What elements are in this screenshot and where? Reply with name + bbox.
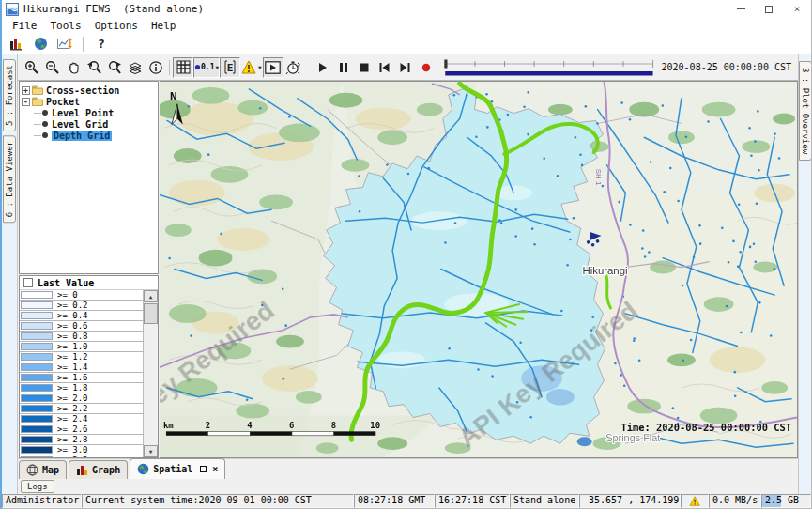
timeline-progress-bar <box>445 71 652 76</box>
pause-button[interactable] <box>333 57 354 78</box>
timeline-thumb[interactable] <box>444 59 447 68</box>
legend-swatch <box>20 404 54 413</box>
play-button[interactable] <box>313 57 333 78</box>
legend-swatch <box>20 424 54 434</box>
collapse-icon[interactable]: - <box>22 98 30 106</box>
legend-label: >= 3.2 <box>54 455 143 457</box>
tree-item-level-grid[interactable]: Level Grid <box>22 118 156 130</box>
tab-spatial-label: Spatial <box>153 464 192 474</box>
layer-bullet-icon <box>42 121 48 127</box>
expand-icon[interactable]: + <box>22 86 30 95</box>
tree-item-cross-section[interactable]: + Cross-section <box>22 85 156 96</box>
shortcut-tab-plot-overview[interactable]: 3 : Plot Overview <box>799 61 812 161</box>
tab-spatial[interactable]: Spatial × <box>130 458 225 479</box>
legend-row[interactable]: >= 0.8 <box>20 332 143 342</box>
status-warning-cell[interactable] <box>681 494 709 508</box>
app-window: Hikurangi FEWS (Stand alone) × FileTools… <box>0 0 812 509</box>
legend-row[interactable]: >= 2.6 <box>20 424 143 435</box>
zoom-next-icon <box>107 60 123 75</box>
tab-close-icon[interactable]: × <box>212 464 218 474</box>
map-canvas[interactable]: API Key Required API Key Required N km <box>160 81 798 458</box>
tab-map-label: Map <box>42 465 59 475</box>
help-button[interactable]: ? <box>92 35 111 53</box>
map-label-springs-flat: Springs Flat <box>605 432 660 443</box>
menu-item-help[interactable]: Help <box>146 20 182 32</box>
legend-row[interactable]: >= 1.6 <box>20 373 143 383</box>
status-mode: Stand alone <box>510 494 579 508</box>
menu-item-options[interactable]: Options <box>89 20 144 32</box>
legend-label: >= 2.0 <box>54 393 143 403</box>
last-frame-button[interactable] <box>395 57 416 78</box>
play-icon <box>318 63 328 72</box>
legend-row[interactable]: >= 0.4 <box>20 311 143 321</box>
legend-row[interactable]: >= 0.2 <box>20 301 143 311</box>
scroll-up-icon[interactable]: ▲ <box>144 290 158 302</box>
scroll-down-icon[interactable]: ▼ <box>144 445 158 457</box>
logs-button[interactable]: Logs <box>21 480 54 493</box>
legend-row[interactable]: >= 2.0 <box>20 393 143 404</box>
legend-row[interactable]: >= 2.2 <box>20 404 143 414</box>
layers-panel: + Cross-section - Pocket Level Point <box>18 81 160 458</box>
legend-row[interactable]: >= 1.0 <box>20 342 143 352</box>
scrollbar-thumb[interactable] <box>144 303 158 324</box>
warning-icon <box>241 60 257 74</box>
info-button[interactable] <box>146 57 166 78</box>
maximize-button[interactable] <box>755 0 783 18</box>
tab-maximize-icon[interactable] <box>200 466 207 472</box>
tree-item-pocket[interactable]: - Pocket <box>22 96 156 107</box>
legend-row[interactable]: >= 1.2 <box>20 352 143 362</box>
timer-export-button[interactable] <box>283 57 304 78</box>
legend-row[interactable]: >= 2.8 <box>20 435 143 445</box>
legend-row[interactable]: >= 2.4 <box>20 414 143 424</box>
legend-row[interactable]: >= 0 <box>20 290 143 301</box>
zoom-in-button[interactable] <box>22 57 42 78</box>
zoom-next-button[interactable] <box>104 57 125 78</box>
info-icon <box>148 60 163 75</box>
record-button[interactable] <box>416 57 437 78</box>
shortcut-tab-forecast[interactable]: 5 : Forecast <box>3 59 16 131</box>
legend-scrollbar[interactable]: ▲ ▼ <box>144 290 158 457</box>
minimize-button[interactable] <box>727 0 755 18</box>
threshold-dropdown[interactable]: 0.1 ▼ <box>193 57 220 78</box>
legend-row[interactable]: >= 3.0 <box>20 445 143 455</box>
menu-item-tools[interactable]: Tools <box>45 20 87 32</box>
stop-button[interactable] <box>354 57 375 78</box>
last-value-checkbox[interactable] <box>23 278 33 287</box>
legend-swatch <box>20 290 54 300</box>
legend-label: >= 1.2 <box>54 352 143 362</box>
tree-item-level-point[interactable]: Level Point <box>22 107 156 118</box>
legend-row[interactable]: >= 3.2 <box>20 455 143 457</box>
timeline-slider[interactable] <box>443 57 655 78</box>
menu-item-file[interactable]: File <box>7 20 43 32</box>
labels-toggle-button[interactable]: E <box>220 57 240 78</box>
tab-graph[interactable]: Graph <box>69 460 128 479</box>
shortcut-tab-data-viewer[interactable]: 6 : Data Viewer <box>3 135 16 223</box>
tab-map[interactable]: Map <box>19 460 67 479</box>
status-memory[interactable]: 2.5 GB <box>761 494 811 508</box>
grid-toggle-button[interactable] <box>173 57 193 78</box>
close-button[interactable]: × <box>783 0 811 18</box>
question-icon: ? <box>98 37 105 51</box>
zoom-out-button[interactable] <box>42 57 63 78</box>
explorer-button[interactable] <box>7 35 25 53</box>
road-label-sh1: SH 1 <box>594 169 603 186</box>
animation-button[interactable] <box>263 57 283 78</box>
svg-text:8: 8 <box>331 421 336 430</box>
zoom-previous-button[interactable] <box>84 57 104 78</box>
tree-item-depth-grid[interactable]: Depth Grid <box>22 130 156 141</box>
svg-text:2: 2 <box>206 421 210 430</box>
thresholds-button[interactable]: ▼ <box>240 57 263 78</box>
layers-button[interactable] <box>125 57 146 78</box>
bars-icon <box>9 38 23 51</box>
legend-swatch <box>20 383 54 393</box>
legend-swatch <box>20 301 54 310</box>
map-display-button[interactable] <box>31 35 50 53</box>
legend-row[interactable]: >= 1.8 <box>20 383 143 393</box>
spatial-display-button[interactable] <box>55 35 74 53</box>
first-frame-button[interactable] <box>375 57 395 78</box>
legend-row[interactable]: >= 1.4 <box>20 362 143 373</box>
legend-swatch <box>20 352 54 362</box>
pan-button[interactable] <box>63 57 84 78</box>
svg-text:km: km <box>163 421 174 430</box>
legend-row[interactable]: >= 0.6 <box>20 321 143 332</box>
